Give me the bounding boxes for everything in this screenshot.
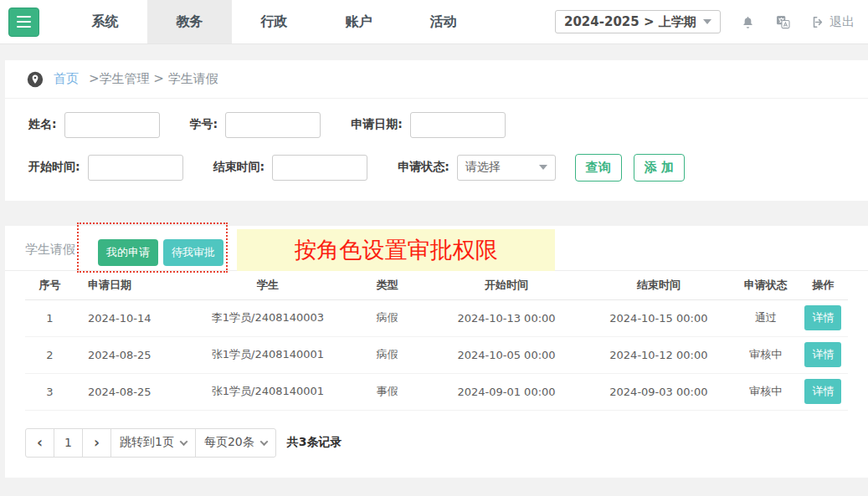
nav-tab[interactable]: 行政 bbox=[232, 0, 316, 43]
my-applications-button[interactable]: 我的申请 bbox=[98, 239, 158, 266]
cell-status: 审核中 bbox=[732, 336, 799, 373]
table-header-row: 序号 申请日期 学生 类型 开始时间 结束时间 申请状态 操作 bbox=[25, 271, 848, 299]
col-end-time: 结束时间 bbox=[584, 271, 732, 299]
name-input[interactable] bbox=[64, 112, 160, 138]
cell-type: 病假 bbox=[346, 299, 428, 336]
col-no: 序号 bbox=[25, 271, 74, 299]
cell-end-time: 2024-10-15 00:00 bbox=[584, 299, 732, 336]
nav-tab[interactable]: 账户 bbox=[316, 0, 401, 43]
cell-end-time: 2024-10-12 00:00 bbox=[584, 336, 732, 373]
hamburger-icon bbox=[17, 26, 31, 28]
top-bar: 系统 教务 行政 账户 活动 2024-2025 > 上学期 bbox=[0, 0, 868, 44]
jump-to-page-select[interactable]: 跳转到1页 bbox=[111, 429, 196, 457]
pagination: ‹ 1 › 跳转到1页 每页20条 bbox=[25, 428, 276, 458]
cell-no: 3 bbox=[25, 373, 74, 410]
nav-tab[interactable]: 教务 bbox=[147, 0, 232, 43]
detail-button[interactable]: 详情 bbox=[804, 379, 841, 404]
list-panel: 学生请假 我的申请 待我审批 按角色设置审批权限 序号 申请日期 学生 类型 开… bbox=[5, 226, 868, 478]
cell-apply-date: 2024-08-25 bbox=[74, 336, 190, 373]
name-label: 姓名: bbox=[28, 117, 57, 132]
col-student: 学生 bbox=[190, 271, 347, 299]
cell-student: 张1学员/2408140001 bbox=[190, 373, 347, 410]
leave-table: 序号 申请日期 学生 类型 开始时间 结束时间 申请状态 操作 1 2024-1… bbox=[25, 271, 848, 411]
cell-apply-date: 2024-08-25 bbox=[74, 373, 190, 410]
hamburger-icon bbox=[17, 16, 31, 18]
end-time-label: 结束时间: bbox=[213, 160, 265, 175]
section-header: 学生请假 我的申请 待我审批 按角色设置审批权限 bbox=[5, 226, 868, 271]
jump-to-page-value: 跳转到1页 bbox=[120, 435, 174, 450]
nav-tab[interactable]: 系统 bbox=[63, 0, 147, 43]
cell-no: 2 bbox=[25, 336, 74, 373]
leave-table-wrap: 序号 申请日期 学生 类型 开始时间 结束时间 申请状态 操作 1 2024-1… bbox=[5, 271, 868, 411]
col-type: 类型 bbox=[346, 271, 428, 299]
term-selector-value: 2024-2025 > 上学期 bbox=[564, 14, 696, 30]
hamburger-menu-button[interactable] bbox=[8, 8, 39, 37]
status-select-value: 请选择 bbox=[465, 160, 501, 175]
chevron-down-icon bbox=[259, 437, 268, 446]
breadcrumb-path: >学生管理 > 学生请假 bbox=[89, 71, 218, 87]
filter-form: 姓名: 学号: 申请日期: 开始时间: 结束时间: 申请状态: 请选择 查询 添… bbox=[5, 99, 868, 201]
chevron-down-icon bbox=[539, 165, 547, 170]
chevron-down-icon bbox=[703, 19, 711, 24]
cell-end-time: 2024-09-03 00:00 bbox=[584, 373, 732, 410]
logout-icon bbox=[811, 15, 825, 29]
cell-start-time: 2024-10-13 00:00 bbox=[429, 299, 585, 336]
start-time-input[interactable] bbox=[88, 155, 183, 181]
start-time-label: 开始时间: bbox=[28, 160, 80, 175]
cell-action: 详情 bbox=[799, 373, 848, 410]
cell-status: 通过 bbox=[732, 299, 799, 336]
detail-button[interactable]: 详情 bbox=[804, 305, 841, 330]
cell-student: 张1学员/2408140001 bbox=[190, 336, 347, 373]
cell-start-time: 2024-10-05 00:00 bbox=[429, 336, 585, 373]
per-page-select[interactable]: 每页20条 bbox=[196, 429, 275, 457]
detail-button[interactable]: 详情 bbox=[804, 342, 841, 367]
hamburger-icon bbox=[17, 21, 31, 23]
col-start-time: 开始时间 bbox=[429, 271, 585, 299]
end-time-input[interactable] bbox=[272, 155, 367, 181]
filter-row-2: 开始时间: 结束时间: 申请状态: 请选择 查询 添 加 bbox=[28, 154, 868, 181]
cell-type: 事假 bbox=[346, 373, 428, 410]
breadcrumb: 首页 >学生管理 > 学生请假 bbox=[5, 60, 868, 99]
translate-icon bbox=[775, 14, 791, 30]
approval-button-group: 我的申请 待我审批 bbox=[98, 239, 223, 266]
filter-panel: 首页 >学生管理 > 学生请假 姓名: 学号: 申请日期: 开始时间: 结束时间… bbox=[5, 60, 868, 201]
pending-approval-button[interactable]: 待我审批 bbox=[163, 239, 223, 266]
cell-student: 李1学员/2408140003 bbox=[190, 299, 347, 336]
cell-type: 病假 bbox=[346, 336, 428, 373]
location-pin-icon bbox=[27, 71, 44, 88]
chevron-down-icon bbox=[179, 437, 187, 446]
annotation-text: 按角色设置审批权限 bbox=[237, 229, 555, 271]
main-nav: 系统 教务 行政 账户 活动 bbox=[63, 0, 485, 43]
cell-start-time: 2024-09-01 00:00 bbox=[429, 373, 585, 410]
search-button[interactable]: 查询 bbox=[575, 154, 622, 182]
student-id-input[interactable] bbox=[225, 112, 321, 138]
cell-action: 详情 bbox=[799, 336, 848, 373]
add-button[interactable]: 添 加 bbox=[634, 154, 685, 182]
apply-date-input[interactable] bbox=[410, 112, 506, 138]
logout-button[interactable]: 退出 bbox=[811, 14, 855, 30]
breadcrumb-home-link[interactable]: 首页 bbox=[54, 71, 79, 87]
cell-action: 详情 bbox=[799, 299, 848, 336]
next-page-button[interactable]: › bbox=[83, 429, 111, 457]
cell-no: 1 bbox=[25, 299, 74, 336]
notifications-button[interactable] bbox=[741, 14, 755, 30]
table-row: 3 2024-08-25 张1学员/2408140001 事假 2024-09-… bbox=[25, 373, 848, 410]
status-label: 申请状态: bbox=[398, 160, 449, 175]
current-page[interactable]: 1 bbox=[54, 429, 83, 457]
col-apply-date: 申请日期 bbox=[74, 271, 190, 299]
col-action: 操作 bbox=[799, 271, 848, 299]
section-title: 学生请假 bbox=[25, 242, 75, 258]
status-select[interactable]: 请选择 bbox=[457, 155, 556, 181]
cell-status: 审核中 bbox=[732, 373, 799, 410]
nav-tab[interactable]: 活动 bbox=[401, 0, 485, 43]
logout-label: 退出 bbox=[829, 14, 855, 30]
table-row: 2 2024-08-25 张1学员/2408140001 病假 2024-10-… bbox=[25, 336, 848, 373]
pagination-row: ‹ 1 › 跳转到1页 每页20条 共3条记录 bbox=[25, 428, 868, 458]
filter-row-1: 姓名: 学号: 申请日期: bbox=[28, 111, 868, 138]
term-selector[interactable]: 2024-2025 > 上学期 bbox=[555, 10, 721, 33]
language-switch-button[interactable] bbox=[775, 14, 791, 30]
col-status: 申请状态 bbox=[732, 271, 799, 299]
table-row: 1 2024-10-14 李1学员/2408140003 病假 2024-10-… bbox=[25, 299, 848, 336]
prev-page-button[interactable]: ‹ bbox=[26, 429, 54, 457]
chevron-right-icon: › bbox=[94, 434, 100, 451]
